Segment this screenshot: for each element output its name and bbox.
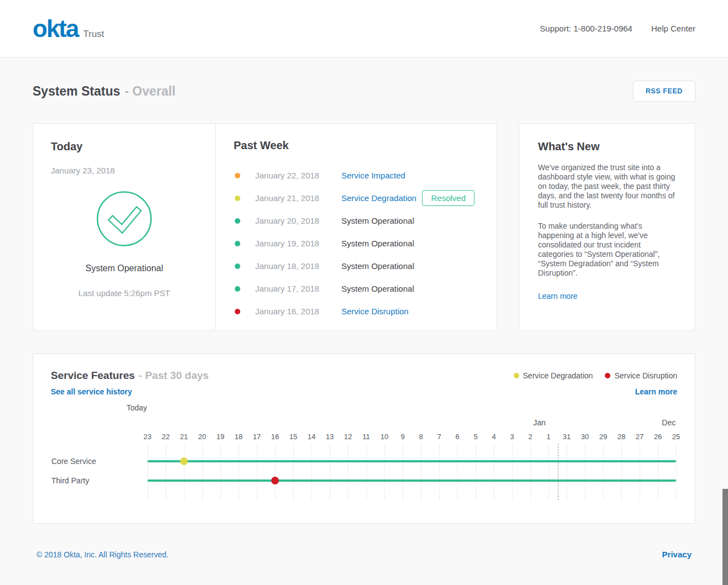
status-dot-icon — [235, 196, 240, 201]
past-week-row: January 19, 2018System Operational — [234, 232, 479, 255]
legend-dot-icon — [605, 373, 610, 378]
x-axis-tick-label: 30 — [581, 433, 589, 441]
status-dot-icon — [235, 241, 240, 246]
x-axis-tick-label: 15 — [289, 433, 297, 441]
service-features-card: Service Features - Past 30 days Service … — [33, 354, 695, 524]
service-row-label: Core Service — [51, 457, 96, 466]
support-phone: Support: 1-800-219-0964 — [540, 24, 632, 33]
gridline — [366, 444, 367, 500]
incident-dot-icon[interactable] — [180, 457, 188, 465]
whats-new-card: What's New We've organized the trust sit… — [519, 123, 695, 331]
whats-new-paragraph-1: We've organized the trust site into a da… — [538, 163, 676, 210]
status-dot-icon — [235, 309, 240, 314]
resolved-badge[interactable]: Resolved — [422, 190, 474, 206]
main-content: System Status - Overall RSS FEED Today J… — [0, 57, 728, 524]
legend-item: Service Degradation — [514, 371, 593, 380]
x-axis-tick-label: 2 — [528, 433, 532, 441]
incident-status-text: System Operational — [341, 239, 414, 248]
past-week-row: January 16, 2018Service Disruption — [234, 300, 479, 323]
past-week-row: January 20, 2018System Operational — [234, 209, 479, 232]
past-week-row: January 21, 2018Service DegradationResol… — [234, 187, 479, 209]
chart-legend: Service DegradationService Disruption — [514, 371, 677, 380]
timeline-chart: Today 2322212019181716151413121110987654… — [51, 399, 677, 510]
scrollbar-thumb[interactable] — [722, 489, 728, 585]
incident-date: January 16, 2018 — [255, 307, 338, 316]
gridline — [640, 444, 640, 500]
status-dot-icon — [235, 173, 240, 178]
incident-status-link[interactable]: Service Impacted — [341, 171, 405, 180]
gridline — [676, 444, 677, 500]
gridline — [348, 444, 349, 500]
whats-new-paragraph-2: To make understanding what's happening a… — [538, 222, 676, 278]
copyright-text: © 2018 Okta, Inc. All Rights Reserved. — [36, 550, 168, 559]
gridline — [220, 444, 221, 500]
gridline — [184, 444, 184, 500]
legend-dot-icon — [514, 373, 519, 378]
page-subtitle: - Overall — [125, 84, 176, 99]
past-week-row: January 22, 2018Service Impacted — [234, 164, 479, 187]
whats-new-learn-more-link[interactable]: Learn more — [538, 292, 578, 301]
site-header: okta Trust Support: 1-800-219-0964 Help … — [0, 0, 728, 57]
gridline — [403, 444, 403, 500]
service-status-line — [147, 460, 676, 462]
rss-feed-button[interactable]: RSS FEED — [633, 81, 695, 102]
logo-trust-label: Trust — [83, 29, 104, 40]
x-axis-tick-label: 27 — [636, 433, 643, 441]
incident-date: January 17, 2018 — [255, 284, 338, 293]
see-all-service-history-link[interactable]: See all service history — [51, 387, 132, 396]
month-label: Dec — [662, 418, 676, 427]
x-axis-tick-label: 22 — [162, 433, 170, 441]
x-axis-tick-label: 31 — [563, 433, 571, 441]
whats-new-card-title: What's New — [538, 140, 676, 153]
privacy-link[interactable]: Privacy — [662, 550, 692, 559]
incident-date: January 22, 2018 — [255, 171, 338, 180]
help-center-link[interactable]: Help Center — [651, 24, 695, 33]
incident-status-link[interactable]: Service Degradation — [341, 193, 416, 203]
x-axis-tick-label: 9 — [400, 433, 404, 441]
service-row-label: Third Party — [51, 476, 89, 485]
x-axis-tick-label: 1 — [546, 433, 550, 441]
gridline — [567, 444, 567, 500]
incident-date: January 18, 2018 — [255, 261, 338, 271]
x-axis-tick-label: 3 — [510, 433, 514, 441]
legend-item: Service Disruption — [605, 371, 677, 380]
month-label: Jan — [533, 418, 546, 427]
service-features-learn-more-link[interactable]: Learn more — [635, 387, 677, 396]
gridline — [312, 444, 312, 500]
status-dot-icon — [235, 286, 240, 292]
gridline — [166, 444, 166, 500]
site-footer: © 2018 Okta, Inc. All Rights Reserved. P… — [0, 524, 728, 559]
x-axis-tick-label: 12 — [344, 433, 352, 441]
past-week-row: January 17, 2018System Operational — [234, 277, 479, 300]
past-week-card-title: Past Week — [234, 139, 479, 152]
check-circle-icon — [51, 191, 198, 249]
today-card: Today January 23, 2018 System Operationa… — [33, 123, 216, 331]
incident-date: January 19, 2018 — [255, 239, 338, 248]
x-axis-tick-label: 21 — [180, 433, 188, 441]
service-features-subtitle: - Past 30 days — [139, 370, 209, 382]
incident-dot-icon[interactable] — [271, 477, 279, 484]
incident-status-link[interactable]: Service Disruption — [341, 307, 409, 316]
gridline — [530, 444, 531, 500]
today-card-title: Today — [51, 140, 198, 153]
x-axis-tick-label: 6 — [455, 433, 459, 441]
logo[interactable]: okta Trust — [33, 17, 104, 41]
gridline — [257, 444, 257, 500]
incident-date: January 21, 2018 — [255, 193, 338, 203]
x-axis-tick-label: 17 — [253, 433, 261, 441]
x-axis-tick-label: 13 — [326, 433, 334, 441]
x-axis-tick-label: 8 — [419, 433, 423, 441]
okta-logo[interactable]: okta — [33, 17, 78, 41]
service-features-title: Service Features — [51, 370, 135, 382]
incident-status-text: System Operational — [341, 261, 414, 271]
gridline — [512, 444, 513, 500]
incident-status-text: System Operational — [341, 284, 414, 293]
gridline — [147, 444, 148, 500]
gridline — [239, 444, 239, 500]
legend-label: Service Degradation — [523, 371, 593, 380]
gridline — [330, 444, 330, 500]
gridline — [202, 444, 203, 500]
x-axis-tick-label: 10 — [381, 433, 388, 441]
gridline — [548, 444, 549, 500]
x-axis-tick-label: 28 — [618, 433, 625, 441]
